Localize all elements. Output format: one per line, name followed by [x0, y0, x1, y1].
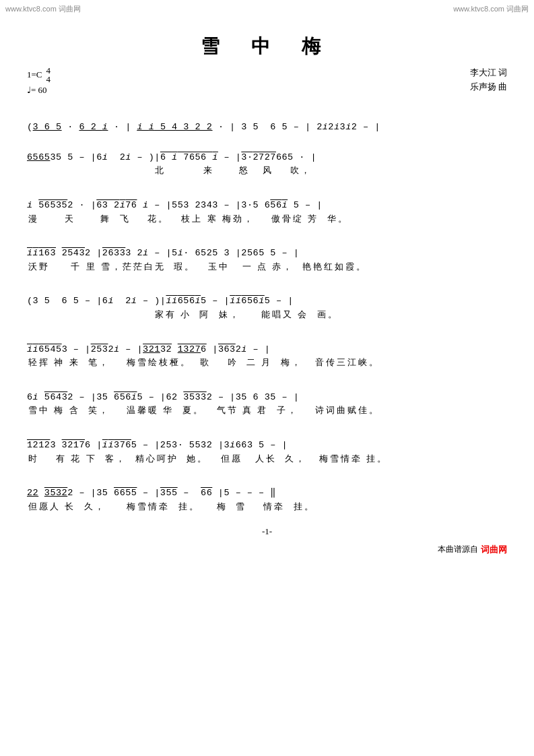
notation-line-8: 12123 32176 |ii3765 – |253· 5532 |3i663 … — [27, 423, 507, 464]
note-row-9: 22 35322 – |35 6655 – |355 – 66 |5 – – –… — [27, 472, 507, 501]
lyricist: 李大江 词 — [470, 66, 507, 80]
footer-brand: 词曲网 — [481, 544, 507, 556]
notation-line-3: i 565352 · |63 2i76 i – |553 2343 – |3·5… — [27, 183, 507, 224]
footer-source-text: 本曲谱源自 — [438, 544, 478, 555]
meta-left: 1=C 4 4 ♩= 60 — [27, 66, 51, 96]
note-row-5: (3 5 6 5 – |6i 2i – )|ii656i5 – |ii656i5… — [27, 280, 507, 309]
time-signature: 4 4 — [46, 66, 51, 84]
lyric-row-4: 沃野 千 里 雪，茫茫白无 瑕。 玉中 一 点 赤， 艳艳红如霞。 — [27, 261, 507, 273]
notation-line-7: 6i 56432 – |35 656i5 – |62 35332 – |35 6… — [27, 375, 507, 416]
note-row-2: 656535 5 – |6i 2i – )|6 i 7656 i – |3·27… — [27, 135, 507, 164]
lyric-row-8: 时 有 花 下 客， 精心呵护 她。 但愿 人长 久， 梅雪情牵 挂。 — [27, 453, 507, 465]
note-row-6: ii65453 – |2532i – |32132 13276 |3632i –… — [27, 327, 507, 356]
watermark-right: www.ktvc8.com 词曲网 — [453, 4, 529, 14]
page-title: 雪 中 梅 — [27, 34, 507, 59]
footer: 本曲谱源自 词曲网 — [27, 544, 507, 556]
key-signature: 1=C 4 4 — [27, 66, 51, 84]
notation-line-1: (3 6 5 · 6 2 i · | i i 5 4 3 2 2 · | 3 5… — [27, 105, 507, 134]
watermark-left: www.ktvc8.com 词曲网 — [5, 4, 81, 14]
lyric-row-2: 北 来 怒 风 吹， — [27, 164, 507, 177]
notation-line-4: ii163 25432 |26333 2i – |5i· 6525 3 |256… — [27, 232, 507, 273]
composer: 乐声扬 曲 — [470, 80, 507, 94]
lyric-row-9: 但愿人 长 久， 梅雪情牵 挂。 梅 雪 情牵 挂。 — [27, 501, 507, 513]
music-section: (3 6 5 · 6 2 i · | i i 5 4 3 2 2 · | 3 5… — [27, 105, 507, 513]
lyric-row-3: 漫 天 舞 飞 花。 枝上 寒 梅劲， 傲骨绽 芳 华。 — [27, 213, 507, 225]
note-row-4: ii163 25432 |26333 2i – |5i· 6525 3 |256… — [27, 232, 507, 261]
notation-line-2: 656535 5 – |6i 2i – )|6 i 7656 i – |3·27… — [27, 135, 507, 177]
note-row-7: 6i 56432 – |35 656i5 – |62 35332 – |35 6… — [27, 375, 507, 404]
note-row-3: i 565352 · |63 2i76 i – |553 2343 – |3·5… — [27, 183, 507, 212]
lyric-row-6: 轻挥 神 来 笔， 梅雪绘枝桠。 歌 吟 二 月 梅， 音传三江峡。 — [27, 356, 507, 369]
note-row-8: 12123 32176 |ii3765 – |253· 5532 |3i663 … — [27, 423, 507, 452]
note-row-1: (3 6 5 · 6 2 i · | i i 5 4 3 2 2 · | 3 5… — [27, 105, 507, 134]
lyric-row-7: 雪中 梅 含 笑， 温馨暖 华 夏。 气节 真 君 子， 诗词曲赋佳。 — [27, 404, 507, 416]
notation-line-9: 22 35322 – |35 6655 – |355 – 66 |5 – – –… — [27, 472, 507, 513]
notation-line-6: ii65453 – |2532i – |32132 13276 |3632i –… — [27, 327, 507, 369]
tempo: ♩= 60 — [27, 85, 51, 96]
meta-row: 1=C 4 4 ♩= 60 李大江 词 乐声扬 曲 — [27, 66, 507, 96]
lyric-row-5: 家有 小 阿 妹， 能唱又 会 画。 — [27, 309, 507, 321]
page-number: -1- — [27, 526, 507, 537]
key-label: 1=C — [27, 69, 42, 80]
meta-right: 李大江 词 乐声扬 曲 — [470, 66, 507, 94]
notation-line-5: (3 5 6 5 – |6i 2i – )|ii656i5 – |ii656i5… — [27, 280, 507, 321]
